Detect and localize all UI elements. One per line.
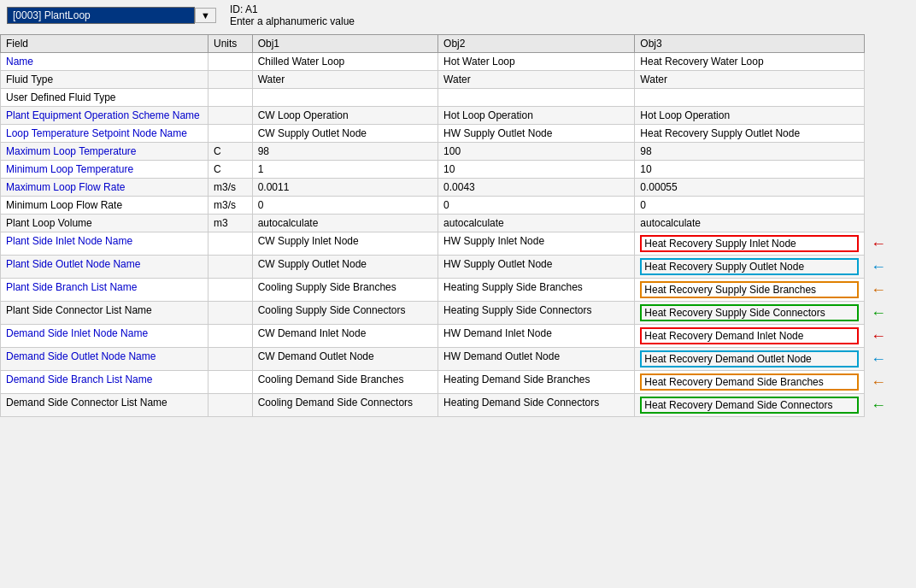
obj1-cell: Cooling Demand Side Branches bbox=[252, 371, 437, 394]
obj3-box-orange: Heat Recovery Supply Side Branches bbox=[640, 281, 859, 298]
obj1-cell: CW Demand Outlet Node bbox=[252, 348, 437, 371]
units-cell: C bbox=[208, 161, 253, 179]
obj3-cell: 0 bbox=[635, 197, 865, 215]
field-link[interactable]: Name bbox=[6, 56, 33, 68]
obj1-cell: CW Supply Inlet Node bbox=[252, 232, 437, 256]
field-cell: User Defined Fluid Type bbox=[1, 89, 208, 107]
obj1-cell: CW Loop Operation bbox=[252, 107, 437, 125]
obj3-box-green: Heat Recovery Supply Side Connectors bbox=[640, 304, 859, 321]
obj1-cell: CW Supply Outlet Node bbox=[252, 125, 437, 143]
field-cell: Demand Side Branch List Name bbox=[1, 371, 208, 394]
obj2-cell: 0 bbox=[438, 197, 635, 215]
table-row: Plant Side Branch List NameCooling Suppl… bbox=[1, 279, 865, 302]
obj2-cell: Heating Supply Side Connectors bbox=[438, 302, 635, 325]
field-link[interactable]: Plant Side Branch List Name bbox=[6, 281, 137, 293]
obj1-cell: Cooling Supply Side Connectors bbox=[252, 302, 437, 325]
obj1-cell: Cooling Demand Side Connectors bbox=[252, 394, 437, 417]
obj2-cell: HW Demand Outlet Node bbox=[438, 348, 635, 371]
units-cell bbox=[208, 348, 253, 371]
obj3-box-red: Heat Recovery Demand Inlet Node bbox=[640, 327, 859, 344]
field-link[interactable]: Plant Equipment Operation Scheme Name bbox=[6, 109, 200, 121]
obj3-cell: Heat Recovery Supply Outlet Node bbox=[635, 125, 865, 143]
table-row: Demand Side Branch List NameCooling Dema… bbox=[1, 371, 865, 394]
field-link[interactable]: Demand Side Branch List Name bbox=[6, 373, 152, 385]
field-cell: Minimum Loop Temperature bbox=[1, 161, 208, 179]
obj3-cell: Heat Recovery Supply Side Branches← bbox=[635, 279, 865, 302]
obj3-box-blue: Heat Recovery Demand Outlet Node bbox=[640, 350, 859, 368]
units-cell: m3/s bbox=[208, 179, 253, 197]
dropdown-select[interactable]: [0003] PlantLoop bbox=[7, 7, 195, 24]
arrow-blue: ← bbox=[871, 259, 886, 274]
obj1-cell: Water bbox=[252, 71, 437, 89]
field-cell: Plant Loop Volume bbox=[1, 215, 208, 232]
field-link[interactable]: Demand Side Outlet Node Name bbox=[6, 350, 156, 362]
field-cell: Demand Side Inlet Node Name bbox=[1, 325, 208, 348]
id-info: ID: A1 Enter a alphanumeric value bbox=[230, 3, 355, 27]
obj3-cell: 10 bbox=[635, 161, 865, 179]
field-cell: Demand Side Connector List Name bbox=[1, 394, 208, 417]
field-cell: Fluid Type bbox=[1, 71, 208, 89]
field-text: User Defined Fluid Type bbox=[6, 91, 116, 103]
obj1-cell: 0 bbox=[252, 197, 437, 215]
units-cell bbox=[208, 53, 253, 71]
obj1-cell: Cooling Supply Side Branches bbox=[252, 279, 437, 302]
col-header-obj1: Obj1 bbox=[252, 35, 437, 53]
dropdown-container[interactable]: [0003] PlantLoop ▼ bbox=[7, 7, 216, 24]
units-cell bbox=[208, 89, 253, 107]
obj3-cell: Heat Recovery Supply Side Connectors← bbox=[635, 302, 865, 325]
obj3-box-blue: Heat Recovery Supply Outlet Node bbox=[640, 258, 859, 275]
obj2-cell: HW Supply Inlet Node bbox=[438, 232, 635, 256]
obj2-cell: Heating Demand Side Connectors bbox=[438, 394, 635, 417]
field-cell: Plant Side Inlet Node Name bbox=[1, 232, 208, 256]
units-cell: m3 bbox=[208, 215, 253, 232]
obj3-cell: Heat Recovery Demand Side Branches← bbox=[635, 371, 865, 394]
obj3-cell: Hot Loop Operation bbox=[635, 107, 865, 125]
obj2-cell: Hot Loop Operation bbox=[438, 107, 635, 125]
units-cell bbox=[208, 125, 253, 143]
units-cell bbox=[208, 325, 253, 348]
dropdown-button[interactable]: ▼ bbox=[195, 8, 216, 23]
field-link[interactable]: Maximum Loop Temperature bbox=[6, 145, 137, 157]
field-cell: Name bbox=[1, 53, 208, 71]
obj2-cell: autocalculate bbox=[438, 215, 635, 232]
field-link[interactable]: Minimum Loop Temperature bbox=[6, 163, 133, 175]
id-label: ID: A1 bbox=[230, 3, 355, 15]
field-cell: Maximum Loop Flow Rate bbox=[1, 179, 208, 197]
obj2-cell: HW Supply Outlet Node bbox=[438, 125, 635, 143]
arrow-blue: ← bbox=[871, 351, 886, 367]
field-text: Demand Side Connector List Name bbox=[6, 397, 167, 409]
field-text: Plant Loop Volume bbox=[6, 217, 92, 229]
obj2-cell: 10 bbox=[438, 161, 635, 179]
obj1-cell: 1 bbox=[252, 161, 437, 179]
field-link[interactable]: Demand Side Inlet Node Name bbox=[6, 327, 148, 339]
obj3-box-red: Heat Recovery Supply Inlet Node bbox=[640, 235, 859, 252]
obj1-cell: 0.0011 bbox=[252, 179, 437, 197]
obj2-cell: Hot Water Loop bbox=[438, 53, 635, 71]
id-hint: Enter a alphanumeric value bbox=[230, 15, 355, 27]
field-text: Plant Side Connector List Name bbox=[6, 304, 152, 316]
arrow-red: ← bbox=[871, 328, 886, 344]
obj3-box-green: Heat Recovery Demand Side Connectors bbox=[640, 397, 859, 414]
field-text: Fluid Type bbox=[6, 74, 53, 85]
field-link[interactable]: Plant Side Outlet Node Name bbox=[6, 258, 140, 270]
table-row: User Defined Fluid Type bbox=[1, 89, 865, 107]
units-cell bbox=[208, 256, 253, 279]
obj3-cell: 0.00055 bbox=[635, 179, 865, 197]
field-link[interactable]: Plant Side Inlet Node Name bbox=[6, 235, 132, 247]
col-header-units: Units bbox=[208, 35, 253, 53]
main-table-container: Field Units Obj1 Obj2 Obj3 NameChilled W… bbox=[0, 31, 916, 420]
units-cell bbox=[208, 394, 253, 417]
units-cell: m3/s bbox=[208, 197, 253, 215]
table-row: Demand Side Outlet Node NameCW Demand Ou… bbox=[1, 348, 865, 371]
table-row: NameChilled Water LoopHot Water LoopHeat… bbox=[1, 53, 865, 71]
table-row: Maximum Loop TemperatureC9810098 bbox=[1, 143, 865, 161]
obj2-cell: Heating Demand Side Branches bbox=[438, 371, 635, 394]
table-row: Minimum Loop Flow Ratem3/s000 bbox=[1, 197, 865, 215]
field-cell: Plant Side Connector List Name bbox=[1, 302, 208, 325]
field-link[interactable]: Loop Temperature Setpoint Node Name bbox=[6, 127, 187, 139]
table-row: Loop Temperature Setpoint Node NameCW Su… bbox=[1, 125, 865, 143]
units-cell bbox=[208, 302, 253, 325]
field-link[interactable]: Maximum Loop Flow Rate bbox=[6, 181, 125, 193]
table-row: Demand Side Connector List NameCooling D… bbox=[1, 394, 865, 417]
arrow-orange: ← bbox=[871, 374, 886, 390]
